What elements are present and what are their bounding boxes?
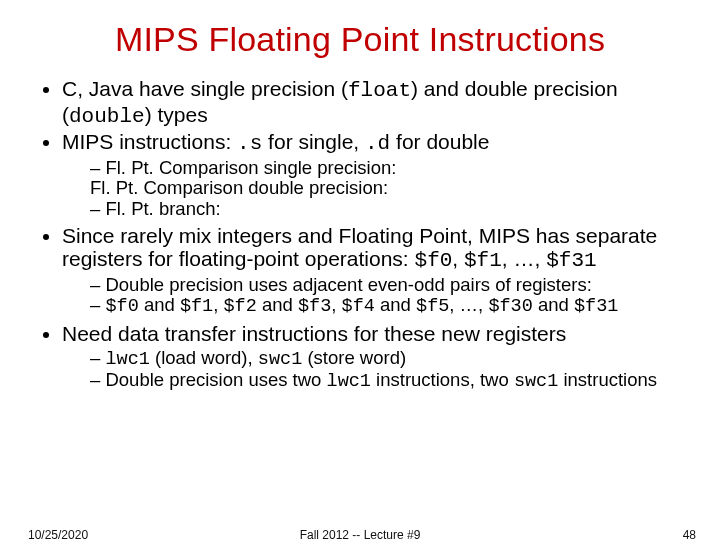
code-reg: $f0 [105,296,138,317]
sub-list: Double precision uses adjacent even-odd … [62,275,684,318]
text: and [139,294,180,315]
code-reg: $f2 [224,296,257,317]
bullet-4: Need data transfer instructions for thes… [62,322,684,393]
sub-bullet: Fl. Pt. Comparison single precision: Fl.… [90,158,684,199]
text: (load word), [150,347,258,368]
text: , [452,247,464,270]
bullet-2: MIPS instructions: .s for single, .d for… [62,130,684,220]
text: , …, [502,247,546,270]
text: for single, [262,130,365,153]
sub-list: lwc1 (load word), swc1 (store word) Doub… [62,348,684,393]
text: and [257,294,298,315]
code-reg: $f5 [416,296,449,317]
text: Fl. Pt. Comparison double precision: [90,177,388,198]
sub-bullet: Double precision uses two lwc1 instructi… [90,370,684,393]
text: MIPS instructions: [62,130,237,153]
text: Double precision uses two [105,369,326,390]
code-double: double [69,105,145,128]
text: ) types [145,103,208,126]
footer-page-number: 48 [683,528,696,540]
text: Need data transfer instructions for thes… [62,322,566,345]
text: Fl. Pt. Comparison single precision: [105,157,396,178]
text: C, Java have single precision ( [62,77,348,100]
code-lwc1: lwc1 [327,371,371,392]
bullet-list: C, Java have single precision (float) an… [36,77,684,393]
code-lwc1: lwc1 [105,349,149,370]
text: , [213,294,223,315]
code-float: float [348,79,411,102]
sub-bullet: Double precision uses adjacent even-odd … [90,275,684,296]
bullet-1: C, Java have single precision (float) an… [62,77,684,128]
code-swc1: swc1 [258,349,302,370]
text: instructions [558,369,657,390]
text: Double precision uses adjacent even-odd … [105,274,591,295]
code-reg: $f3 [298,296,331,317]
text: , [331,294,341,315]
code-reg: $f4 [342,296,375,317]
code-reg: $f30 [488,296,532,317]
text: , …, [449,294,488,315]
slide: MIPS Floating Point Instructions C, Java… [0,0,720,540]
sub-bullet: $f0 and $f1, $f2 and $f3, $f4 and $f5, …… [90,295,684,318]
sub-bullet: lwc1 (load word), swc1 (store word) [90,348,684,371]
code-reg: $f0 [415,249,453,272]
text: Fl. Pt. branch: [105,198,220,219]
slide-title: MIPS Floating Point Instructions [36,20,684,59]
bullet-3: Since rarely mix integers and Floating P… [62,224,684,318]
code-reg: $f1 [180,296,213,317]
footer-center: Fall 2012 -- Lecture #9 [0,528,720,540]
code-reg: $f31 [574,296,618,317]
code-reg: $f1 [464,249,502,272]
text: for double [390,130,489,153]
text: and [533,294,574,315]
code-dot-s: .s [237,132,262,155]
sub-bullet: Fl. Pt. branch: [90,199,684,220]
code-dot-d: .d [365,132,390,155]
code-swc1: swc1 [514,371,558,392]
text: instructions, two [371,369,514,390]
sub-list: Fl. Pt. Comparison single precision: Fl.… [62,158,684,220]
text: and [375,294,416,315]
text: (store word) [302,347,406,368]
code-reg: $f31 [546,249,596,272]
